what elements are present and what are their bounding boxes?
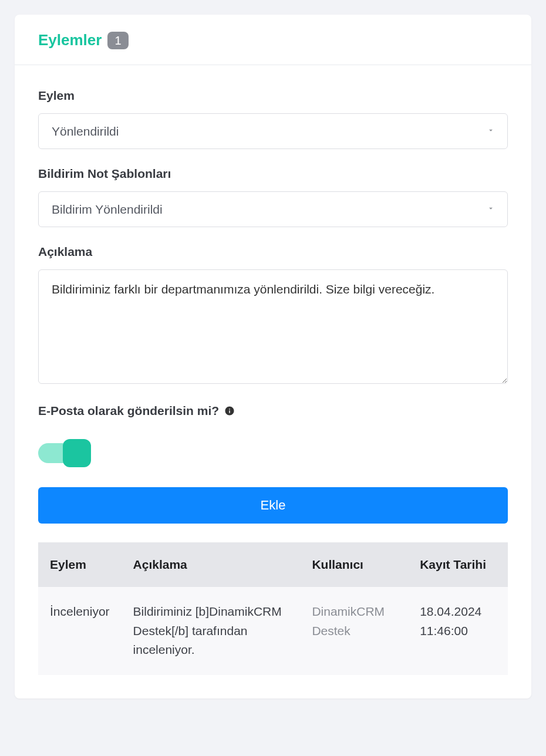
description-field-group: Açıklama (38, 245, 508, 386)
template-label: Bildirim Not Şablonları (38, 167, 508, 181)
email-label: E-Posta olarak gönderilsin mi? (38, 404, 219, 418)
toggle-thumb (63, 439, 91, 467)
template-select-wrapper: Bildirim Yönlendirildi (38, 191, 508, 227)
toggle-wrapper (38, 439, 508, 470)
action-select-wrapper: Yönlendirildi (38, 113, 508, 149)
email-toggle[interactable] (38, 439, 91, 467)
description-label: Açıklama (38, 245, 508, 259)
description-textarea[interactable] (38, 269, 508, 384)
info-icon[interactable] (224, 405, 235, 417)
template-select[interactable]: Bildirim Yönlendirildi (38, 191, 508, 227)
cell-user: DinamikCRM Destek (300, 587, 408, 675)
table-row: İnceleniyor Bildiriminiz [b]DinamikCRM D… (38, 587, 508, 675)
card-header: Eylemler 1 (15, 15, 531, 65)
table-header-row: Eylem Açıklama Kullanıcı Kayıt Tarihi (38, 542, 508, 587)
email-label-wrapper: E-Posta olarak gönderilsin mi? (38, 404, 235, 418)
add-button[interactable]: Ekle (38, 487, 508, 524)
count-badge: 1 (107, 32, 128, 49)
card-title: Eylemler (38, 31, 102, 49)
col-action: Eylem (38, 542, 122, 587)
col-date: Kayıt Tarihi (408, 542, 508, 587)
actions-card: Eylemler 1 Eylem Yönlendirildi Bildirim … (15, 15, 531, 698)
actions-table: Eylem Açıklama Kullanıcı Kayıt Tarihi İn… (38, 542, 508, 675)
email-field-group: E-Posta olarak gönderilsin mi? (38, 404, 508, 470)
card-body: Eylem Yönlendirildi Bildirim Not Şablonl… (15, 65, 531, 698)
action-select[interactable]: Yönlendirildi (38, 113, 508, 149)
col-user: Kullanıcı (300, 542, 408, 587)
cell-action: İnceleniyor (38, 587, 122, 675)
template-field-group: Bildirim Not Şablonları Bildirim Yönlend… (38, 167, 508, 227)
cell-description: Bildiriminiz [b]DinamikCRM Destek[/b] ta… (122, 587, 301, 675)
action-label: Eylem (38, 89, 508, 103)
cell-date: 18.04.2024 11:46:00 (408, 587, 508, 675)
col-description: Açıklama (122, 542, 301, 587)
action-field-group: Eylem Yönlendirildi (38, 89, 508, 149)
